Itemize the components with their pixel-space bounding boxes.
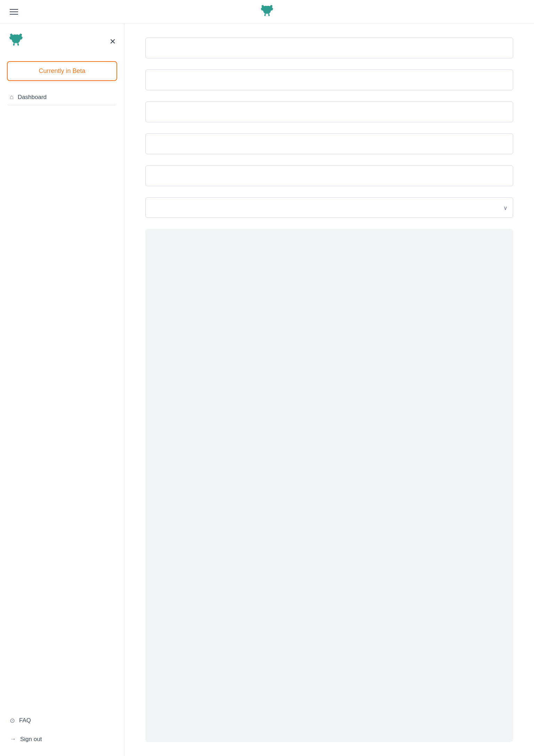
close-icon: ✕ (110, 37, 116, 46)
svg-point-0 (265, 8, 266, 10)
signout-icon: → (10, 736, 16, 743)
help-icon: ⊙ (10, 717, 15, 724)
sidebar-footer: ⊙ FAQ → Sign out (7, 704, 117, 748)
form-input-1[interactable] (145, 38, 513, 58)
sidebar-wolf-icon (7, 32, 25, 50)
sidebar-item-faq-label: FAQ (19, 717, 31, 724)
sidebar-item-faq[interactable]: ⊙ FAQ (7, 712, 117, 729)
main-container: ✕ Currently in Beta ⌂ Dashboard ⊙ FAQ → … (0, 24, 534, 756)
sidebar-header: ✕ (7, 32, 117, 51)
beta-button[interactable]: Currently in Beta (7, 61, 117, 81)
form-field-6: ∨ (145, 197, 513, 218)
menu-button[interactable] (7, 6, 21, 17)
form-input-3[interactable] (145, 101, 513, 122)
home-icon: ⌂ (10, 93, 14, 101)
form-select-1[interactable] (145, 197, 513, 218)
hamburger-line-1 (10, 9, 18, 10)
form-field-1 (145, 38, 513, 58)
sidebar-nav: ⌂ Dashboard (7, 89, 117, 105)
sidebar: ✕ Currently in Beta ⌂ Dashboard ⊙ FAQ → … (0, 24, 124, 756)
form-field-5 (145, 165, 513, 186)
form-input-4[interactable] (145, 133, 513, 154)
sidebar-item-dashboard[interactable]: ⌂ Dashboard (7, 89, 117, 105)
sidebar-logo (7, 32, 25, 51)
header-logo (259, 3, 275, 20)
top-header (0, 0, 534, 24)
sidebar-item-dashboard-label: Dashboard (18, 94, 47, 101)
svg-point-3 (17, 37, 18, 39)
hamburger-line-2 (10, 11, 18, 12)
form-field-2 (145, 69, 513, 90)
sidebar-item-signout[interactable]: → Sign out (7, 731, 117, 748)
svg-point-2 (14, 37, 15, 39)
svg-point-1 (268, 8, 269, 10)
sidebar-close-button[interactable]: ✕ (108, 36, 117, 47)
bottom-content-area (145, 229, 513, 742)
form-input-5[interactable] (145, 165, 513, 186)
hamburger-line-3 (10, 14, 18, 15)
form-field-4 (145, 133, 513, 154)
form-input-2[interactable] (145, 69, 513, 90)
content-area: ∨ (124, 24, 534, 756)
form-field-3 (145, 101, 513, 122)
header-wolf-icon (259, 3, 275, 20)
sidebar-item-signout-label: Sign out (20, 736, 42, 743)
